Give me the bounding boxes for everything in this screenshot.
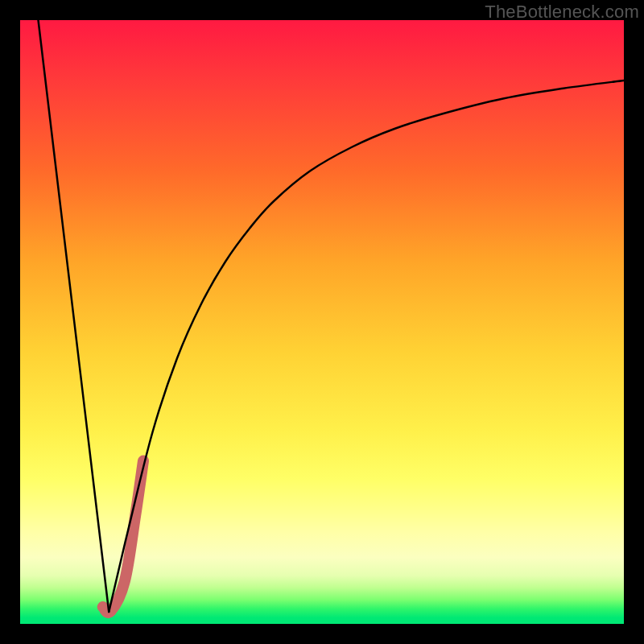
chart-plot-area <box>20 20 624 624</box>
chart-svg <box>20 20 624 624</box>
left-branch-path <box>39 20 109 612</box>
right-branch-path <box>109 80 624 612</box>
highlight-path <box>103 461 143 613</box>
watermark-label: TheBottleneck.com <box>485 2 639 23</box>
chart-frame: TheBottleneck.com <box>0 0 644 644</box>
